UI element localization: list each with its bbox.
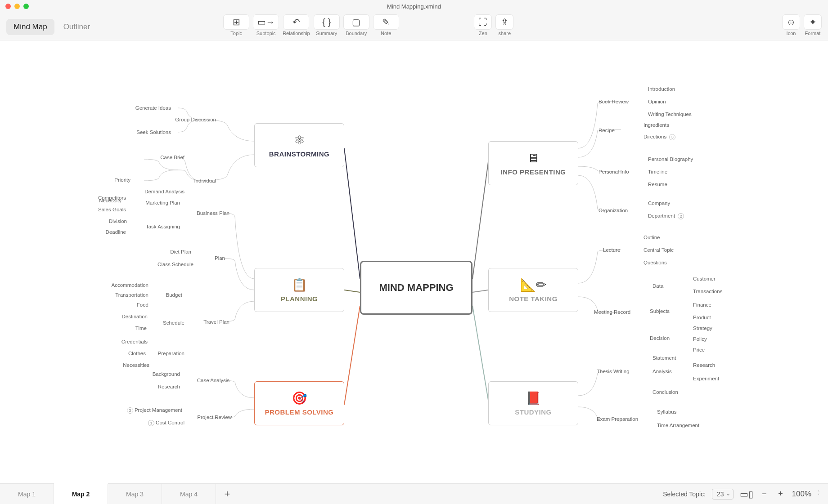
leaf[interactable]: Priority — [94, 177, 130, 183]
leaf[interactable]: Product — [693, 315, 711, 320]
branch-problem-solving[interactable]: 🎯 PROBLEM SOLVING — [254, 381, 344, 425]
subtopic[interactable]: Travel Plan — [184, 319, 230, 325]
leaf[interactable]: Research — [693, 362, 715, 368]
leaf[interactable]: Introduction — [648, 86, 675, 92]
branch-planning[interactable]: 📋 PLANNING — [254, 268, 344, 312]
subtopic[interactable]: Recipe — [598, 128, 615, 133]
leaf[interactable]: Demand Analysis — [122, 189, 184, 194]
leaf[interactable]: Sales Goals — [81, 207, 126, 212]
subtopic[interactable]: Preparation — [140, 351, 184, 356]
leaf[interactable]: Personal Biography — [648, 156, 693, 162]
leaf[interactable]: Department 2 — [648, 213, 685, 219]
leaf[interactable]: Timeline — [648, 169, 667, 174]
leaf[interactable]: Statement — [652, 355, 676, 361]
subtopic[interactable]: Lecture — [603, 247, 620, 253]
subtopic[interactable]: Personal Info — [598, 169, 629, 174]
leaf[interactable]: Opinion — [648, 99, 666, 104]
leaf[interactable]: Generate Ideas — [117, 105, 171, 111]
subtopic[interactable]: Exam Preparation — [597, 416, 638, 422]
subtopic[interactable]: Plan — [198, 255, 225, 261]
subtopic[interactable]: Organization — [598, 208, 628, 213]
subtopic[interactable]: Project Review — [178, 415, 232, 420]
leaf[interactable]: Customer — [693, 276, 716, 281]
format-button[interactable]: ✦ — [804, 14, 822, 30]
subtopic[interactable]: Group Discussion — [162, 117, 216, 122]
leaf[interactable]: Time — [111, 326, 147, 331]
leaf[interactable]: Outline — [644, 235, 660, 240]
leaf[interactable]: Finance — [693, 302, 711, 308]
zoom-stepper[interactable]: ˄˅ — [818, 491, 820, 497]
subtopic-button[interactable]: ▭→ — [253, 14, 279, 30]
topic-button[interactable]: ⊞ — [223, 14, 249, 30]
sheet-tab[interactable]: Map 3 — [108, 484, 162, 504]
leaf[interactable]: Class Schedule — [140, 262, 194, 267]
sheet-tab[interactable]: Map 2 — [54, 483, 108, 504]
leaf[interactable]: Destination — [98, 314, 148, 319]
subtopic[interactable]: Meeting Record — [594, 309, 630, 315]
subtopic[interactable]: Case Analysis — [180, 378, 230, 383]
leaf[interactable]: Strategy — [693, 326, 712, 331]
leaf[interactable]: Syllabus — [657, 409, 676, 415]
branch-brainstorming[interactable]: ⚛ BRAINSTORMING — [254, 123, 344, 167]
subtopic[interactable]: Data — [652, 283, 663, 289]
outliner-view-button[interactable]: Outliner — [56, 19, 98, 35]
leaf[interactable]: Credentials — [98, 339, 148, 344]
summary-button[interactable]: { } — [314, 14, 340, 30]
leaf[interactable]: Division — [86, 219, 127, 224]
leaf[interactable]: Policy — [693, 336, 707, 342]
leaf[interactable]: Accommodation — [90, 282, 148, 288]
boundary-button[interactable]: ▢ — [343, 14, 369, 30]
leaf[interactable]: Price — [693, 347, 705, 352]
subtopic[interactable]: Budget — [146, 292, 182, 298]
leaf[interactable]: Questions — [644, 260, 667, 265]
leaf[interactable]: Company — [648, 201, 670, 206]
subtopic[interactable]: Business Plan — [180, 210, 230, 216]
zoom-in-button[interactable]: + — [776, 489, 786, 499]
leaf[interactable]: Clothes — [105, 351, 146, 356]
add-sheet-button[interactable]: + — [216, 484, 238, 504]
mindmap-view-button[interactable]: Mind Map — [6, 19, 54, 35]
branch-info-presenting[interactable]: 🖥 INFO PRESENTING — [488, 141, 578, 185]
selected-count-dropdown[interactable]: 23 — [712, 489, 734, 500]
leaf[interactable]: Case Brief — [135, 155, 184, 160]
zen-button[interactable]: ⛶ — [474, 14, 492, 30]
leaf[interactable]: Necessities — [100, 362, 149, 368]
leaf[interactable]: Writing Techniques — [648, 112, 692, 117]
leaf[interactable]: Research — [135, 384, 180, 389]
leaf[interactable]: Seek Solutions — [117, 129, 171, 135]
leaf[interactable]: 3Project Management — [110, 407, 182, 414]
leaf[interactable]: Analysis — [652, 369, 672, 374]
subtopic[interactable]: Task Assigning — [126, 224, 180, 229]
icon-button[interactable]: ☺ — [782, 14, 800, 30]
leaf[interactable]: Central Topic — [644, 247, 674, 253]
subtopic[interactable]: Book Review — [598, 99, 629, 104]
central-topic[interactable]: MIND MAPPING — [360, 261, 472, 315]
subtopic[interactable]: Schedule — [144, 320, 184, 326]
subtopic[interactable]: Thesis Writing — [597, 369, 630, 374]
map-overview-icon[interactable]: ▭▯ — [740, 489, 753, 500]
relationship-button[interactable]: ↶ — [283, 14, 309, 30]
leaf[interactable]: Background — [130, 371, 180, 377]
branch-note-taking[interactable]: 📐✏ NOTE TAKING — [488, 268, 578, 312]
branch-studying[interactable]: 📕 STUDYING — [488, 381, 578, 425]
leaf[interactable]: Conclusion — [652, 389, 678, 395]
subtopic[interactable]: Subjects — [650, 308, 670, 314]
leaf[interactable]: 1Cost Control — [126, 420, 184, 426]
leaf[interactable]: Directions 3 — [644, 134, 677, 140]
leaf[interactable]: Transportation — [94, 292, 148, 298]
subtopic[interactable]: Individual — [180, 178, 216, 183]
sheet-tab[interactable]: Map 4 — [162, 484, 216, 504]
leaf[interactable]: Resume — [648, 182, 667, 187]
subtopic[interactable]: Decision — [650, 335, 670, 341]
leaf[interactable]: Ingredients — [644, 122, 669, 128]
leaf[interactable]: Deadline — [86, 229, 126, 235]
subtopic[interactable]: Marketing Plan — [126, 200, 180, 205]
leaf[interactable]: Competitors — [81, 195, 126, 201]
leaf[interactable]: Time Arrangement — [657, 423, 699, 428]
canvas[interactable]: MIND MAPPING ⚛ BRAINSTORMING 📋 PLANNING … — [0, 40, 828, 483]
zoom-out-button[interactable]: − — [760, 489, 770, 499]
share-button[interactable]: ⇪ — [495, 14, 513, 30]
leaf[interactable]: Food — [112, 302, 148, 308]
note-button[interactable]: ✎ — [373, 14, 399, 30]
leaf[interactable]: Experiment — [693, 376, 719, 381]
